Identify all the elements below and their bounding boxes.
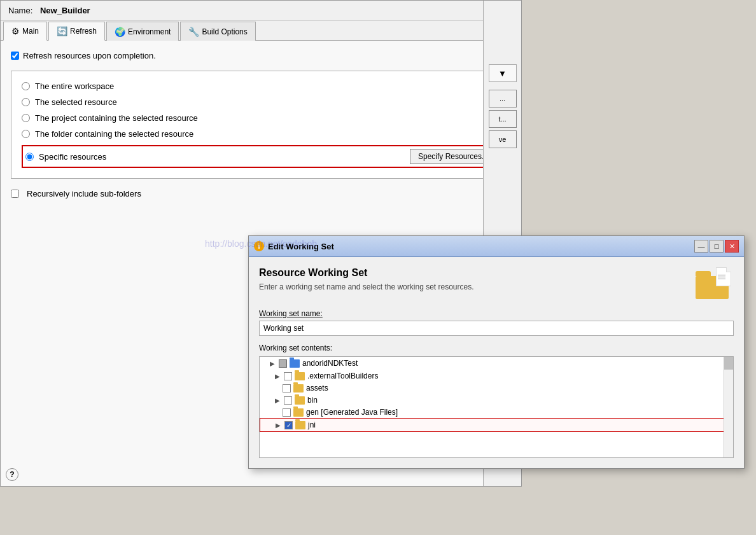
right-btn-save[interactable]: ve [489,130,517,148]
dialog-title-left: i Edit Working Set [254,241,334,251]
recursively-label: Recursively include sub-folders [27,189,141,198]
tab-environment[interactable]: 🌍 Environment [106,22,179,41]
tab-build-label: Build Options [202,27,247,36]
radio-selected-resource-label: The selected resource [35,97,117,107]
edit-working-set-dialog: i Edit Working Set — □ ✕ Resource Workin… [248,235,745,469]
name-label: Name: [8,6,32,15]
tree-item-external[interactable]: ▶ .externalToolBuilders [260,370,733,382]
radio-folder-selected-label: The folder containing the selected resou… [35,129,193,139]
tab-main-label: Main [22,27,39,36]
folder-tab [696,271,711,276]
dialog-title-icon: i [254,241,264,251]
dialog-content: Resource Working Set Enter a working set… [249,257,744,468]
dialog-title-text: Edit Working Set [268,242,334,251]
working-set-name-input[interactable] [259,321,734,336]
doc-corner [726,267,731,272]
folder-jni [295,421,305,429]
tab-refresh[interactable]: 🔄 Refresh [48,22,105,41]
dialog-header-section: Resource Working Set Enter a working set… [259,267,734,299]
dialog-controls: — □ ✕ [694,240,739,253]
tab-main[interactable]: ⚙ Main [3,22,47,41]
folder-icon-large: ━━━━━━━━━━━━ [696,267,734,299]
radio-row-folder-selected: The folder containing the selected resou… [22,129,500,139]
radio-entire-workspace[interactable] [22,82,30,90]
folder-assets [293,384,304,393]
radio-project-selected-label: The project containing the selected reso… [35,113,198,123]
build-tab-icon: 🔧 [188,27,199,37]
env-tab-icon: 🌍 [115,27,125,37]
dropdown-arrow-button[interactable]: ▼ [489,64,517,82]
tree-container[interactable]: ▶ andoridNDKTest ▶ .externalToolBuilders [259,356,734,458]
dialog-header-desc: Enter a working set name and select the … [259,282,685,291]
checkbox-assets[interactable] [283,384,291,393]
checkbox-bin[interactable] [284,396,292,405]
folder-gen [293,408,304,417]
right-btn-ellipsis[interactable]: ... [489,90,517,108]
label-andorid: andoridNDKTest [302,359,358,368]
tab-build-options[interactable]: 🔧 Build Options [180,22,255,41]
tab-refresh-label: Refresh [70,27,97,36]
dialog-maximize-button[interactable]: □ [710,240,724,253]
expand-external[interactable]: ▶ [272,371,283,381]
expand-andorid[interactable]: ▶ [267,358,277,368]
folder-bin [295,396,305,405]
checkbox-gen[interactable] [283,408,291,417]
recursively-row: Recursively include sub-folders [11,189,511,198]
folder-external [295,372,305,380]
name-bar: Name: New_Builder [1,1,521,21]
doc-lines: ━━━━━━━━━━━━ [718,274,729,280]
radio-specific-resources-label: Specific resources [39,152,106,162]
dialog-titlebar: i Edit Working Set — □ ✕ [249,236,744,257]
right-btn-t[interactable]: t... [489,110,517,128]
tabs-container: ⚙ Main 🔄 Refresh 🌍 Environment 🔧 Build O… [1,21,521,41]
tree-item-assets[interactable]: assets [260,382,733,394]
name-value: New_Builder [40,6,90,15]
label-external: .externalToolBuilders [307,372,378,380]
working-set-name-label: Working set name: [259,309,734,318]
checkbox-jni[interactable]: ✓ [284,421,293,429]
dialog-header-text: Resource Working Set Enter a working set… [259,267,685,291]
label-bin: bin [307,396,318,405]
dialog-close-button[interactable]: ✕ [725,240,739,253]
main-tab-icon: ⚙ [11,26,20,36]
checkbox-external[interactable] [284,372,292,380]
radio-row-specific-resources-highlighted: Specific resources Specify Resources... [22,145,500,168]
label-gen: gen [Generated Java Files] [306,408,398,417]
radio-row-project-selected: The project containing the selected reso… [22,113,500,123]
folder-doc: ━━━━━━━━━━━━ [716,267,731,286]
tab-env-label: Environment [128,27,171,36]
radio-project-selected[interactable] [22,114,30,122]
dialog-header-title: Resource Working Set [259,267,685,279]
folder-andorid [290,359,300,368]
refresh-checkbox-row: Refresh resources upon completion. [11,51,511,60]
tree-item-jni[interactable]: ▶ ✓ jni [260,418,733,432]
refresh-checkbox[interactable] [11,52,19,60]
refresh-checkbox-label: Refresh resources upon completion. [23,51,156,60]
expand-bin[interactable]: ▶ [272,395,283,405]
label-jni: jni [308,420,316,429]
dropdown-arrow-icon: ▼ [498,69,507,78]
scrollbar-thumb[interactable] [724,357,733,370]
tree-item-gen[interactable]: gen [Generated Java Files] [260,406,733,418]
tree-wrapper: ▶ andoridNDKTest ▶ .externalToolBuilders [259,356,734,458]
radio-selected-resource[interactable] [22,98,30,106]
label-assets: assets [306,384,328,393]
tree-item-bin[interactable]: ▶ bin [260,394,733,406]
radio-panel: The entire workspace The selected resour… [11,71,511,179]
help-button[interactable]: ? [6,468,18,481]
tree-scrollbar[interactable] [724,357,733,457]
dialog-minimize-button[interactable]: — [694,240,708,253]
refresh-tab-icon: 🔄 [57,26,67,36]
recursively-checkbox[interactable] [11,190,19,198]
radio-row-entire-workspace: The entire workspace [22,81,500,91]
working-set-contents-label: Working set contents: [259,344,734,352]
radio-row-selected-resource: The selected resource [22,97,500,107]
radio-folder-selected[interactable] [22,130,30,138]
expand-jni[interactable]: ▶ [273,420,283,430]
tree-item-andorid[interactable]: ▶ andoridNDKTest [260,357,733,370]
radio-entire-workspace-label: The entire workspace [35,81,114,91]
radio-specific-resources[interactable] [25,153,34,161]
checkbox-andorid[interactable] [279,359,287,368]
